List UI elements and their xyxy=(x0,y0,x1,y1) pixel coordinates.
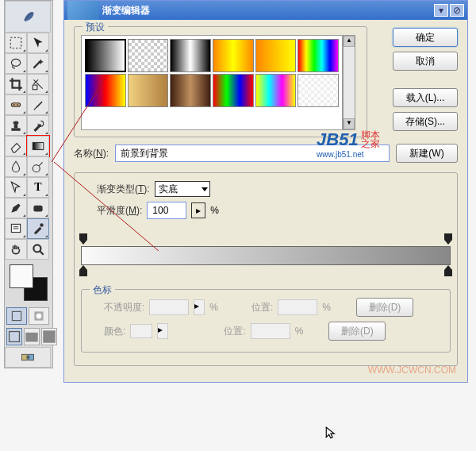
color-label: 颜色: xyxy=(104,325,125,338)
svg-rect-3 xyxy=(11,103,20,107)
svg-rect-20 xyxy=(43,330,55,342)
presets-fieldset: 预设 ▲ ▼ xyxy=(74,26,367,137)
opacity-stop-right[interactable] xyxy=(444,233,452,245)
titlebar: 渐变编辑器 ▾ ⊘ xyxy=(64,1,467,20)
color-stop-left[interactable] xyxy=(79,265,87,276)
ok-button[interactable]: 确定 xyxy=(393,28,458,47)
svg-point-10 xyxy=(33,165,40,172)
opacity-stop-left[interactable] xyxy=(79,233,87,245)
new-button[interactable]: 新建(W) xyxy=(396,144,458,163)
opacity-spinner: ▸ xyxy=(194,299,205,315)
dialog-buttons: 确定 取消 载入(L)... 存储(S)... xyxy=(393,28,458,131)
color-stop-right[interactable] xyxy=(444,265,452,276)
history-brush-tool[interactable] xyxy=(27,115,49,136)
svg-rect-19 xyxy=(25,333,37,342)
smooth-input[interactable] xyxy=(147,202,186,219)
svg-rect-7 xyxy=(14,125,18,129)
scrollbar[interactable]: ▲ ▼ xyxy=(343,35,355,130)
preset-swatch[interactable] xyxy=(255,39,297,72)
gradient-bar-area[interactable] xyxy=(81,233,451,281)
standard-mode[interactable] xyxy=(6,307,27,325)
eraser-tool[interactable] xyxy=(5,136,27,156)
quickmask-mode[interactable] xyxy=(29,307,49,325)
type-tool[interactable]: T xyxy=(27,177,49,198)
name-input[interactable] xyxy=(115,145,390,162)
smooth-spinner[interactable]: ▸ xyxy=(191,202,205,218)
hand-tool[interactable] xyxy=(5,239,27,260)
svg-rect-6 xyxy=(11,128,20,130)
cancel-button[interactable]: 取消 xyxy=(393,52,458,71)
preset-swatch[interactable] xyxy=(170,39,211,72)
gradient-preview-bar[interactable] xyxy=(81,246,451,265)
wand-tool[interactable] xyxy=(27,53,49,74)
preset-grid xyxy=(81,35,343,130)
name-label: 名称(N): xyxy=(74,147,109,160)
preset-swatch[interactable] xyxy=(170,74,211,107)
load-button[interactable]: 载入(L)... xyxy=(393,88,458,107)
brush-tool[interactable] xyxy=(27,94,49,115)
dodge-tool[interactable] xyxy=(27,156,49,177)
delete-button-2: 删除(D) xyxy=(328,322,386,341)
feather-logo xyxy=(5,1,51,33)
type-select[interactable]: 实底 xyxy=(155,181,210,197)
gradient-settings: 渐变类型(T): 实底 平滑度(M): ▸ % xyxy=(74,172,458,366)
type-label: 渐变类型(T): xyxy=(97,183,150,196)
preset-swatch[interactable] xyxy=(85,74,126,107)
preset-swatch[interactable] xyxy=(213,74,254,107)
preset-swatch[interactable] xyxy=(128,74,169,107)
svg-rect-0 xyxy=(10,37,21,48)
lasso-tool[interactable] xyxy=(5,53,27,74)
marquee-tool[interactable] xyxy=(5,33,27,53)
foreground-color[interactable] xyxy=(10,264,33,288)
color-swatch[interactable] xyxy=(8,263,49,303)
svg-rect-2 xyxy=(33,85,37,90)
ps-logo-icon xyxy=(67,1,99,20)
shape-tool[interactable] xyxy=(27,198,49,218)
slice-tool[interactable] xyxy=(27,74,49,94)
heal-tool[interactable] xyxy=(5,94,27,115)
watermark: WWW.JCWCN.COM xyxy=(368,364,456,376)
eyedropper-tool[interactable] xyxy=(27,218,49,239)
chevron-down-icon xyxy=(202,187,208,191)
svg-point-14 xyxy=(33,245,40,252)
close-icon[interactable]: ⊘ xyxy=(450,4,464,17)
notes-tool[interactable] xyxy=(5,218,27,239)
preset-swatch[interactable] xyxy=(128,39,169,72)
screen-standard[interactable] xyxy=(6,328,22,345)
position-input-1 xyxy=(278,299,317,315)
pen-tool[interactable] xyxy=(5,198,27,218)
color-swatch-input xyxy=(130,324,152,338)
preset-swatch[interactable] xyxy=(298,39,339,72)
svg-rect-9 xyxy=(33,143,44,150)
crop-tool[interactable] xyxy=(5,74,27,94)
stops-legend: 色标 xyxy=(90,283,115,297)
menu-icon[interactable]: ▾ xyxy=(434,4,448,17)
svg-point-17 xyxy=(36,314,42,319)
toolbox-panel: T xyxy=(4,0,53,368)
preset-swatch[interactable] xyxy=(255,74,297,107)
svg-point-5 xyxy=(17,104,18,106)
move-tool[interactable] xyxy=(27,33,49,53)
gradient-editor-dialog: 渐变编辑器 ▾ ⊘ 预设 ▲ ▼ 确定 取消 载入(L)... 存储(S)... xyxy=(63,0,468,383)
scroll-up[interactable]: ▲ xyxy=(344,36,355,47)
stops-fieldset: 色标 不透明度: ▸ % 位置: % 删除(D) 颜色: ▸ xyxy=(81,289,451,353)
preset-swatch[interactable] xyxy=(298,74,339,107)
scroll-down[interactable]: ▼ xyxy=(344,118,355,129)
save-button[interactable]: 存储(S)... xyxy=(393,112,458,131)
blur-tool[interactable] xyxy=(5,156,27,177)
jump-to-imageready[interactable] xyxy=(5,347,51,368)
zoom-tool[interactable] xyxy=(27,239,49,260)
preset-swatch[interactable] xyxy=(85,39,126,72)
stamp-tool[interactable] xyxy=(5,115,27,136)
position-input-2 xyxy=(251,323,290,339)
preset-swatch[interactable] xyxy=(213,39,254,72)
screen-full[interactable] xyxy=(41,328,57,345)
cursor-icon xyxy=(324,426,339,443)
gradient-tool[interactable] xyxy=(27,136,49,156)
color-spinner: ▸ xyxy=(157,323,168,339)
delete-button-1: 删除(D) xyxy=(356,298,413,317)
opacity-label: 不透明度: xyxy=(104,301,144,314)
path-select-tool[interactable] xyxy=(5,177,27,198)
screen-full-menu[interactable] xyxy=(24,328,40,345)
svg-rect-11 xyxy=(33,206,42,212)
